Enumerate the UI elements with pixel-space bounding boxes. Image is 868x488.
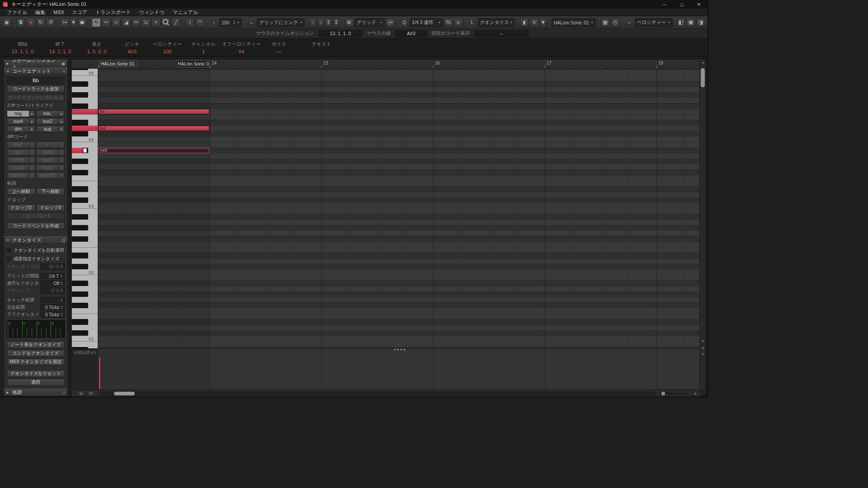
quantize-row-control[interactable]: -▲▼: [40, 297, 65, 303]
auto-apply-checkbox[interactable]: [7, 248, 11, 252]
insert-velocity-spinner-stepper-icon[interactable]: ▲▼: [233, 20, 235, 25]
quantize-row-control[interactable]: 0 Ticks▲▼: [40, 311, 65, 318]
section-chord-edit[interactable]: ▼ コードエディット ≡: [4, 67, 67, 75]
section-transpose[interactable]: ▶ 移調 ♫: [4, 389, 67, 396]
step-input-button[interactable]: ▮: [520, 18, 529, 27]
chord-type-sus4[interactable]: sus4▶: [7, 118, 35, 125]
quantize-row-control[interactable]: 0 Ticks▲▼: [40, 304, 65, 310]
scroll-down-icon[interactable]: [700, 338, 706, 344]
erase-tool[interactable]: ▱: [112, 18, 121, 27]
part-select[interactable]: HALion Sonic 01▼: [552, 18, 596, 27]
piano-key-d-4[interactable]: [72, 120, 88, 125]
piano-key-c-4[interactable]: [72, 131, 88, 136]
chord-type-arrow-icon[interactable]: ▶: [29, 126, 35, 132]
section-scale-assistant[interactable]: ▶ スケールアシスタント ▣: [4, 60, 67, 67]
piano-key-d-1[interactable]: [72, 319, 88, 324]
piano-key-g-2[interactable]: [72, 225, 88, 230]
iterative-quantize-button[interactable]: %: [444, 18, 453, 27]
pitch-visibility-select[interactable]: グリッドにリンク▼: [257, 18, 305, 27]
insert-velocity-spinner[interactable]: 100▲▼▼: [219, 18, 242, 27]
chord-type-sus2[interactable]: sus2▶: [36, 118, 65, 125]
line-tool[interactable]: ╱: [171, 18, 180, 27]
note-info-value[interactable]: 13. 1. 1. 0: [4, 49, 42, 54]
piano-key-a-1[interactable]: [72, 281, 88, 286]
piano-key-c-2[interactable]: [72, 264, 88, 269]
note-info-value[interactable]: 1. 0. 0. 0: [79, 49, 115, 54]
quantize-preset-select[interactable]: 1/4 3 連符▼: [410, 18, 443, 27]
quantize-row-control[interactable]: Off▲▼: [40, 280, 65, 286]
section-quantize[interactable]: ▼ クオンタイズ Q: [4, 236, 67, 244]
speaker-button[interactable]: [78, 18, 87, 27]
autoscroll-options-button[interactable]: ▼: [70, 18, 77, 27]
chord-type-arrow-icon[interactable]: ▶: [29, 111, 35, 117]
pressed-key-d4[interactable]: [72, 126, 98, 131]
right-zone-button[interactable]: ◨: [696, 18, 705, 27]
note-info-value[interactable]: A#3: [115, 49, 149, 54]
apply-quantize-button[interactable]: 適用: [7, 379, 65, 386]
current-chord-value[interactable]: --: [474, 30, 528, 37]
snap-type-button[interactable]: -|+: [386, 18, 395, 27]
menu-item-4[interactable]: トランスポート: [91, 9, 135, 16]
vertical-scroll-thumb[interactable]: [701, 68, 705, 87]
note-info-value[interactable]: 100: [149, 49, 185, 54]
chord-type-arrow-icon[interactable]: ▶: [58, 126, 64, 132]
move-up-button[interactable]: 上へ移動: [7, 188, 35, 195]
velocity-lane[interactable]: [98, 348, 700, 389]
curve-tool[interactable]: ◠: [195, 18, 204, 27]
lane-options-button[interactable]: [87, 391, 94, 396]
length-quantize-icon[interactable]: L: [468, 18, 477, 27]
select-tool[interactable]: ↖: [92, 18, 101, 27]
menu-item-1[interactable]: 編集: [31, 9, 49, 16]
note-info-value[interactable]: 14. 1. 1. 0: [42, 49, 79, 54]
piano-key-f-2[interactable]: [72, 236, 88, 242]
acoustic-feedback-button[interactable]: ●: [26, 18, 35, 27]
piano-key-c-3[interactable]: [72, 197, 88, 203]
drop3-button[interactable]: ドロップ3: [36, 204, 65, 211]
freeze-quantize-button[interactable]: MIDI クオンタイズを固定: [7, 358, 65, 366]
midi-input-button[interactable]: ≡: [530, 18, 539, 27]
midi-note-d4[interactable]: D4: [98, 126, 209, 131]
pressed-key-f4[interactable]: [72, 109, 98, 114]
glue-tool[interactable]: ⊔: [142, 18, 151, 27]
ruler-part-label-1[interactable]: HALion Sonic 01: [176, 60, 210, 67]
draw-tool[interactable]: ✏: [102, 18, 111, 27]
quantize-row-control[interactable]: 60 %▲▼: [40, 263, 65, 270]
minimize-button[interactable]: [656, 0, 673, 9]
length-quantize-select[interactable]: クオンタイズ、▼: [478, 18, 515, 27]
horizontal-scroll-track[interactable]: [99, 391, 656, 396]
link-grid-icon[interactable]: ↔: [247, 18, 256, 27]
step-options-button[interactable]: ▼: [540, 18, 547, 27]
pressed-key-a-3[interactable]: [72, 148, 83, 153]
piano-key-f-4[interactable]: [72, 103, 88, 109]
menu-item-0[interactable]: ファイル: [3, 9, 31, 16]
vertical-zoom-in-icon[interactable]: [700, 351, 706, 357]
horizontal-zoom-in-icon[interactable]: [692, 391, 698, 396]
setup-window-layout-button[interactable]: ▣: [686, 18, 695, 27]
menu-item-6[interactable]: マニュアル: [169, 9, 202, 16]
time-warp-tool[interactable]: ≀: [185, 18, 194, 27]
chord-type-arrow-icon[interactable]: ▶: [58, 111, 64, 117]
move-top-button[interactable]: ↥: [325, 18, 332, 27]
retrospective-record-button[interactable]: ↺: [46, 18, 55, 27]
piano-key-g-4[interactable]: [72, 92, 88, 98]
horizontal-scroll-thumb[interactable]: [114, 392, 135, 395]
menu-item-2[interactable]: MIDI: [49, 9, 68, 15]
left-zone-button[interactable]: ◧: [676, 18, 685, 27]
nudge-up-button[interactable]: ↑: [310, 18, 316, 27]
close-button[interactable]: [690, 0, 708, 9]
pin-button[interactable]: ◉: [2, 18, 11, 27]
note-info-value[interactable]: —: [261, 49, 297, 54]
event-colors-select[interactable]: ベロシティー▼: [635, 18, 673, 27]
chord-type-arrow-icon[interactable]: ▶: [58, 118, 64, 124]
zoom-tool[interactable]: [161, 18, 170, 27]
chord-type-aug[interactable]: aug▶: [36, 126, 65, 132]
note-info-value[interactable]: 1: [185, 49, 222, 54]
ruler[interactable]: 1415161718HALion Sonic 01HALion Sonic 01: [72, 59, 700, 69]
note-grid[interactable]: F4D4A#3: [98, 69, 700, 348]
horizontal-scrollbar[interactable]: [72, 389, 700, 397]
midi-note-f4[interactable]: F4: [98, 109, 209, 114]
zoom-preset-icon[interactable]: [700, 345, 706, 350]
piano-key-a-2[interactable]: [72, 214, 88, 220]
insert-velocity-icon[interactable]: ↕: [209, 18, 218, 27]
grid-type-select[interactable]: グリッド▼: [354, 18, 385, 27]
